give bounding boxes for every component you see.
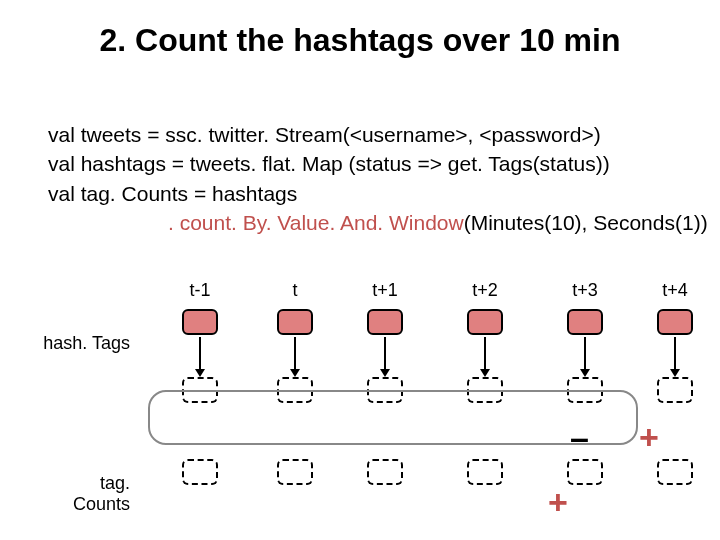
timeline-col: t+1 [355, 280, 415, 485]
timeline-col: t-1 [170, 280, 230, 485]
slide-title: 2. Count the hashtags over 10 min [0, 22, 720, 59]
code-line-2: val hashtags = tweets. flat. Map (status… [48, 149, 680, 178]
code-block: val tweets = ssc. twitter. Stream(<usern… [48, 120, 680, 238]
row-label-hashtags: hash. Tags [40, 333, 130, 354]
tick-label: t-1 [170, 280, 230, 301]
minus-sign: – [570, 420, 589, 454]
arrow-down-icon [199, 337, 201, 375]
code-line-1: val tweets = ssc. twitter. Stream(<usern… [48, 120, 680, 149]
row-label-tagcounts: tag. Counts [40, 473, 130, 515]
code-line-3: val tag. Counts = hashtags [48, 179, 680, 208]
tick-label: t+3 [555, 280, 615, 301]
tagcounts-box [182, 459, 218, 485]
hashtags-box [367, 309, 403, 335]
hashtags-box [567, 309, 603, 335]
window-box [657, 377, 693, 403]
plus-sign-result: + [548, 485, 568, 519]
arrow-down-icon [584, 337, 586, 375]
tick-label: t+1 [355, 280, 415, 301]
tick-label: t+2 [455, 280, 515, 301]
tick-label: t [265, 280, 325, 301]
timeline-col: t+2 [455, 280, 515, 485]
code-method-highlight: . count. By. Value. And. Window [168, 211, 464, 234]
tagcounts-box [277, 459, 313, 485]
code-method-args: (Minutes(10), Seconds(1)) [464, 211, 708, 234]
tick-label: t+4 [645, 280, 705, 301]
timeline-col: t [265, 280, 325, 485]
tagcounts-box [467, 459, 503, 485]
plus-sign-window: + [639, 420, 659, 454]
sliding-window-rect [148, 390, 638, 445]
tagcounts-box [567, 459, 603, 485]
arrow-down-icon [384, 337, 386, 375]
hashtags-box [657, 309, 693, 335]
hashtags-box [467, 309, 503, 335]
arrow-down-icon [484, 337, 486, 375]
tagcounts-box [367, 459, 403, 485]
arrow-down-icon [294, 337, 296, 375]
hashtags-box [277, 309, 313, 335]
code-line-4: . count. By. Value. And. Window(Minutes(… [168, 208, 680, 237]
arrow-down-icon [674, 337, 676, 375]
hashtags-box [182, 309, 218, 335]
tagcounts-box [657, 459, 693, 485]
